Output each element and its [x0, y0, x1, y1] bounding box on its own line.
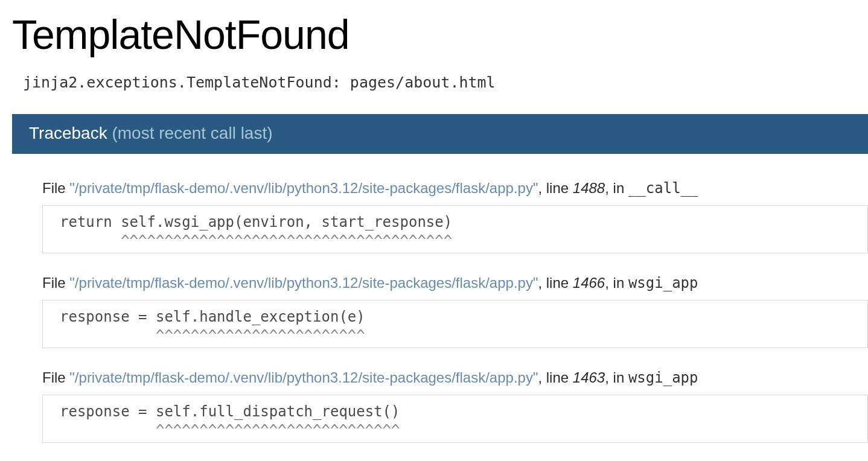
traceback-frame[interactable]: File "/private/tmp/flask-demo/.venv/lib/… — [42, 178, 868, 253]
line-number: 1488 — [573, 180, 605, 196]
in-prefix: , in — [605, 180, 628, 196]
code-carets: ^^^^^^^^^^^^^^^^^^^^^^^^ — [43, 326, 867, 345]
file-prefix: File — [42, 180, 69, 196]
file-path: "/private/tmp/flask-demo/.venv/lib/pytho… — [69, 275, 538, 291]
function-name: wsgi_app — [628, 369, 698, 386]
error-title: TemplateNotFound — [0, 0, 868, 66]
traceback-subtitle: (most recent call last) — [112, 124, 272, 142]
code-snippet[interactable]: response = self.full_dispatch_request() … — [42, 395, 868, 443]
function-name: __call__ — [628, 180, 698, 197]
line-number: 1463 — [573, 369, 605, 386]
code-line: response = self.full_dispatch_request() — [43, 402, 867, 421]
file-path: "/private/tmp/flask-demo/.venv/lib/pytho… — [69, 369, 538, 386]
line-prefix: , line — [538, 180, 572, 196]
file-path: "/private/tmp/flask-demo/.venv/lib/pytho… — [69, 180, 538, 196]
code-carets: ^^^^^^^^^^^^^^^^^^^^^^^^^^^^^^^^^^^^^^ — [43, 232, 867, 250]
traceback-title: Traceback — [29, 124, 107, 142]
line-prefix: , line — [538, 369, 572, 386]
frame-header: File "/private/tmp/flask-demo/.venv/lib/… — [42, 367, 868, 389]
code-snippet[interactable]: return self.wsgi_app(environ, start_resp… — [42, 205, 868, 253]
file-prefix: File — [42, 275, 69, 291]
traceback-frame[interactable]: File "/private/tmp/flask-demo/.venv/lib/… — [42, 367, 868, 443]
traceback-header[interactable]: Traceback (most recent call last) — [12, 114, 868, 154]
file-prefix: File — [42, 369, 69, 386]
exception-message: jinja2.exceptions.TemplateNotFound: page… — [0, 66, 868, 114]
line-prefix: , line — [538, 275, 572, 291]
code-line: response = self.handle_exception(e) — [43, 308, 867, 326]
traceback-frame[interactable]: File "/private/tmp/flask-demo/.venv/lib/… — [42, 273, 868, 348]
code-carets: ^^^^^^^^^^^^^^^^^^^^^^^^^^^^ — [43, 421, 867, 440]
code-line: return self.wsgi_app(environ, start_resp… — [43, 213, 867, 232]
function-name: wsgi_app — [628, 275, 698, 291]
in-prefix: , in — [605, 275, 628, 291]
frame-header: File "/private/tmp/flask-demo/.venv/lib/… — [42, 178, 868, 199]
code-snippet[interactable]: response = self.handle_exception(e) ^^^^… — [42, 300, 868, 348]
traceback-frames: File "/private/tmp/flask-demo/.venv/lib/… — [0, 154, 868, 443]
line-number: 1466 — [573, 275, 605, 291]
frame-header: File "/private/tmp/flask-demo/.venv/lib/… — [42, 273, 868, 294]
in-prefix: , in — [605, 369, 628, 386]
